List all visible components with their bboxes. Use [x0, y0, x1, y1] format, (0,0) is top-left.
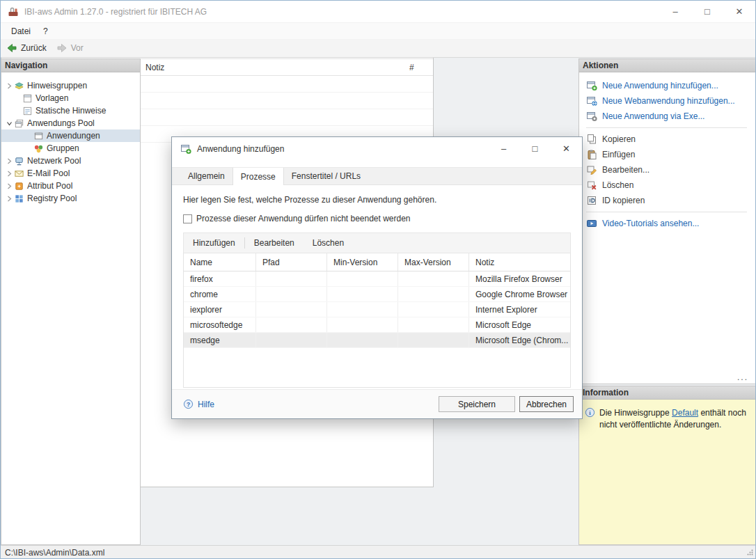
actions-panel: Aktionen Neue Anwendung hinzufügen...Neu…	[578, 58, 756, 384]
nav-item-e-mail-pool[interactable]: E-Mail Pool	[1, 167, 140, 180]
process-row-iexplorer[interactable]: iexplorerInternet Explorer	[184, 302, 570, 317]
chevron-down-icon[interactable]	[4, 120, 14, 127]
action-neue-anwendung-hinzuf-gen[interactable]: Neue Anwendung hinzufügen...	[579, 78, 755, 93]
nav-item-netzwerk-pool[interactable]: Netzwerk Pool	[1, 155, 140, 167]
process-table-body: firefoxMozilla Firefox BrowserchromeGoog…	[184, 271, 570, 348]
action-label: Neue Webanwendung hinzufügen...	[602, 96, 735, 106]
action-kopieren[interactable]: Kopieren	[579, 132, 755, 147]
nav-item-label: Gruppen	[47, 143, 79, 153]
action-neue-anwendung-via-exe[interactable]: Neue Anwendung via Exe...	[579, 109, 755, 124]
action-id-kopieren[interactable]: ID kopieren	[579, 193, 755, 208]
groups-icon	[33, 143, 44, 154]
chevron-right-icon[interactable]	[4, 83, 14, 89]
maximize-button[interactable]: □	[691, 1, 723, 22]
cell-name: chrome	[184, 287, 255, 301]
dialog-title: Anwendung hinzufügen	[197, 144, 284, 154]
tab-allgemein[interactable]: Allgemein	[180, 168, 233, 184]
cell-name: microsoftedge	[184, 317, 255, 332]
chevron-right-icon[interactable]	[4, 183, 14, 189]
information-text-before: Die Hinweisgruppe	[599, 408, 672, 418]
edit-icon	[586, 164, 597, 175]
application-icon	[33, 131, 44, 141]
nav-item-label: Registry Pool	[27, 194, 77, 203]
column-count-label: #	[409, 63, 414, 72]
cell-pfad	[255, 302, 326, 317]
actions-panel-header: Aktionen	[579, 59, 755, 72]
action-label: Neue Anwendung via Exe...	[602, 111, 704, 121]
column-header-notiz[interactable]: Notiz	[134, 63, 405, 72]
chevron-right-icon[interactable]	[4, 196, 14, 202]
back-button[interactable]: Zurück	[6, 42, 47, 54]
dialog-minimize-button[interactable]: –	[488, 137, 519, 160]
nav-item-label: Hinweisgruppen	[27, 81, 87, 90]
menubar: Datei ?	[1, 23, 755, 39]
templates-icon	[22, 93, 33, 104]
nav-item-anwendungs-pool[interactable]: Anwendungs Pool	[1, 117, 140, 129]
cell-name: iexplorer	[184, 302, 255, 317]
window-controls: – □ ✕	[659, 1, 755, 22]
dialog-window-add-icon	[180, 143, 191, 155]
action-neue-webanwendung-hinzuf-gen[interactable]: Neue Webanwendung hinzufügen...	[579, 93, 755, 109]
save-button[interactable]: Speichern	[439, 396, 515, 412]
action-label: Löschen	[602, 180, 633, 190]
process-column-notiz[interactable]: Notiz	[468, 253, 570, 271]
nav-item-statische-hinweise[interactable]: Statische Hinweise	[1, 104, 140, 117]
network-pool-icon	[14, 156, 24, 166]
process-column-max-version[interactable]: Max-Version	[397, 253, 468, 271]
chevron-right-icon[interactable]	[4, 158, 14, 164]
default-group-link[interactable]: Default	[672, 408, 698, 418]
chevron-right-icon[interactable]	[4, 171, 14, 177]
forward-button[interactable]: Vor	[56, 42, 84, 54]
actions-overflow[interactable]: ...	[737, 372, 748, 382]
minimize-button[interactable]: –	[659, 1, 691, 22]
column-header-count[interactable]: #	[405, 63, 433, 72]
tab-prozesse[interactable]: Prozesse	[233, 168, 284, 185]
add-process-button[interactable]: Hinzufügen	[184, 233, 244, 253]
information-message: Die Hinweisgruppe Default enthält noch n…	[599, 407, 748, 431]
navigation-toolbar: Zurück Vor	[1, 39, 755, 58]
nav-item-attribut-pool[interactable]: Attribut Pool	[1, 180, 140, 192]
dialog-controls: – □ ✕	[488, 137, 582, 160]
edit-process-button[interactable]: Bearbeiten	[245, 233, 304, 253]
resize-grip[interactable]	[747, 548, 753, 558]
action-l-schen[interactable]: Löschen	[579, 178, 755, 193]
menu-help[interactable]: ?	[37, 24, 54, 38]
cell-max-version	[397, 287, 468, 301]
close-button[interactable]: ✕	[723, 1, 755, 22]
cell-min-version	[326, 302, 397, 317]
process-column-name[interactable]: Name	[184, 253, 255, 271]
delete-icon	[586, 180, 597, 191]
nav-item-anwendungen[interactable]: Anwendungen	[1, 129, 140, 142]
tab-fenstertitel-urls[interactable]: Fenstertitel / URLs	[284, 168, 368, 184]
process-column-min-version[interactable]: Min-Version	[326, 253, 397, 271]
cell-notiz: Microsoft Edge (Chrom...	[468, 333, 570, 347]
process-row-firefox[interactable]: firefoxMozilla Firefox Browser	[184, 271, 570, 287]
nav-item-gruppen[interactable]: Gruppen	[1, 142, 140, 155]
nav-item-vorlagen[interactable]: Vorlagen	[1, 92, 140, 104]
id-copy-icon	[586, 195, 597, 206]
no-kill-checkbox[interactable]	[183, 214, 192, 223]
process-column-pfad[interactable]: Pfad	[255, 253, 326, 271]
process-row-msedge[interactable]: msedgeMicrosoft Edge (Chrom...	[184, 333, 570, 348]
action-bearbeiten[interactable]: Bearbeiten...	[579, 162, 755, 178]
cell-notiz: Google Chrome Browser	[468, 287, 570, 301]
dialog-maximize-button[interactable]: □	[519, 137, 551, 160]
help-link[interactable]: ? Hilfe	[183, 399, 214, 409]
dialog-titlebar[interactable]: Anwendung hinzufügen – □ ✕	[172, 137, 582, 160]
cell-max-version	[397, 302, 468, 317]
process-row-chrome[interactable]: chromeGoogle Chrome Browser	[184, 287, 570, 302]
nav-item-registry-pool[interactable]: Registry Pool	[1, 192, 140, 205]
cancel-button[interactable]: Abbrechen	[519, 396, 574, 412]
back-label: Zurück	[21, 43, 47, 53]
dialog-close-button[interactable]: ✕	[551, 137, 582, 160]
help-label: Hilfe	[198, 400, 214, 409]
nav-item-hinweisgruppen[interactable]: Hinweisgruppen	[1, 79, 140, 92]
cell-name: msedge	[184, 333, 255, 347]
action-einf-gen[interactable]: Einfügen	[579, 147, 755, 162]
process-row-microsoftedge[interactable]: microsoftedgeMicrosoft Edge	[184, 317, 570, 333]
delete-process-button[interactable]: Löschen	[304, 233, 353, 253]
menu-datei[interactable]: Datei	[5, 24, 37, 38]
titlebar: IBI-aws Admin 1.27.0 - registriert für I…	[1, 1, 755, 23]
forward-icon	[56, 42, 68, 54]
action-video-tutorials-ansehen[interactable]: Video-Tutorials ansehen...	[579, 216, 755, 231]
